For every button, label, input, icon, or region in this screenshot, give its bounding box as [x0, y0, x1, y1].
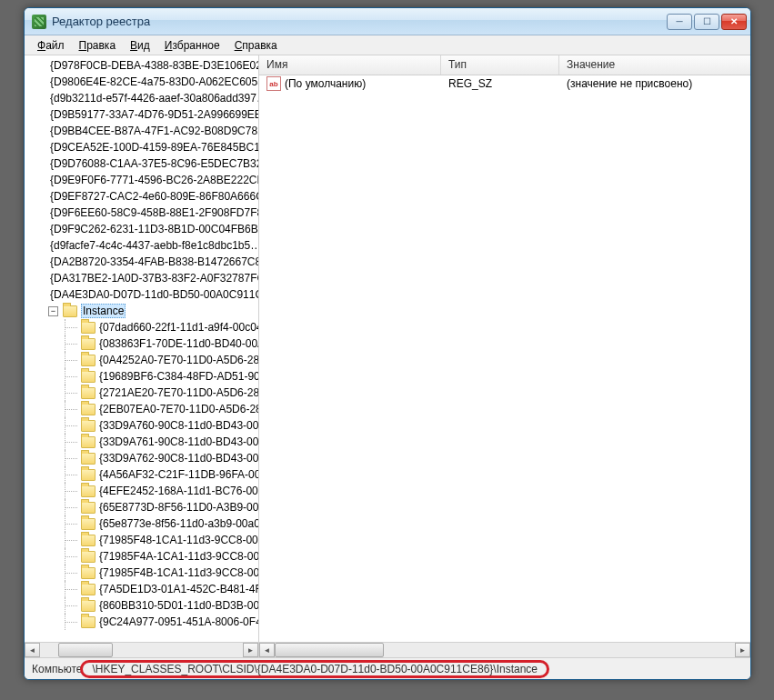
folder-icon — [81, 453, 95, 465]
list-header: Имя Тип Значение — [259, 55, 750, 75]
close-button[interactable]: ✕ — [721, 14, 747, 30]
folder-icon — [81, 616, 95, 628]
tree-key[interactable]: {D9806E4E-82CE-4a75-83D0-A062EC6053… — [25, 74, 258, 90]
status-prefix: Компьюте — [32, 663, 82, 675]
tree-key[interactable]: {D9B59177-33A7-4D76-9D51-2A996699EE… — [25, 106, 258, 123]
tree-key[interactable]: {71985F48-1CA1-11d3-9CC8-00C0… — [25, 532, 258, 548]
tree-key[interactable]: {DA317BE2-1A0D-37B3-83F2-A0F32787FC… — [25, 270, 258, 286]
tree-key[interactable]: {DA2B8720-3354-4FAB-B838-B1472667C8… — [25, 254, 258, 270]
tree-view[interactable]: {D978F0CB-DEBA-4388-83BE-D3E106E02…{D980… — [25, 55, 258, 642]
status-path: \HKEY_CLASSES_ROOT\CLSID\{DA4E3DA0-D07D-… — [80, 660, 549, 678]
folder-icon — [81, 387, 95, 399]
value-name: (По умолчанию) — [285, 77, 366, 90]
list-body[interactable]: ab(По умолчанию)REG_SZ(значение не присв… — [259, 75, 750, 642]
scroll-left-button[interactable]: ◄ — [259, 643, 275, 657]
tree-key[interactable]: {9C24A977-0951-451A-8006-0F49B… — [25, 614, 258, 630]
tree-pane: {D978F0CB-DEBA-4388-83BE-D3E106E02…{D980… — [25, 55, 259, 657]
window-controls: ─ ☐ ✕ — [667, 14, 747, 30]
menubar: ФФайлайл ПравкаПравка ВидВид ИзбранноеИз… — [25, 35, 750, 55]
content: {D978F0CB-DEBA-4388-83BE-D3E106E02…{D980… — [25, 55, 750, 657]
tree-key[interactable]: {083863F1-70DE-11d0-BD40-00A0… — [25, 335, 258, 352]
folder-icon — [81, 600, 95, 612]
tree-key[interactable]: {D9EF8727-CAC2-4e60-809E-86F80A666C… — [25, 188, 258, 205]
tree-key[interactable]: {0A4252A0-7E70-11D0-A5D6-28D… — [25, 352, 258, 368]
statusbar: Компьюте \HKEY_CLASSES_ROOT\CLSID\{DA4E3… — [25, 657, 750, 679]
folder-icon — [81, 420, 95, 432]
tree-key[interactable]: {33D9A761-90C8-11d0-BD43-00A0… — [25, 434, 258, 450]
folder-icon — [81, 567, 95, 579]
value-type: REG_SZ — [441, 77, 559, 90]
tree-key[interactable]: {D9F6EE60-58C9-458B-88E1-2F908FD7F87… — [25, 205, 258, 221]
tree-key[interactable]: {71985F4B-1CA1-11d3-9CC8-00C0… — [25, 565, 258, 581]
menu-file[interactable]: ФФайлайл — [30, 37, 72, 54]
tree-key[interactable]: {4A56AF32-C21F-11DB-96FA-0050… — [25, 466, 258, 483]
folder-icon — [81, 551, 95, 563]
tree-key[interactable]: {D9D76088-C1AA-37E5-8C96-E5DEC7B32… — [25, 155, 258, 172]
maximize-button[interactable]: ☐ — [694, 14, 719, 30]
folder-icon — [81, 469, 95, 481]
folder-icon — [81, 535, 95, 546]
titlebar[interactable]: Редактор реестра ─ ☐ ✕ — [25, 8, 750, 35]
folder-icon — [81, 584, 95, 595]
regedit-window: Редактор реестра ─ ☐ ✕ ФФайлайл ПравкаПр… — [24, 7, 751, 680]
tree-key[interactable]: {2721AE20-7E70-11D0-A5D6-28DE… — [25, 385, 258, 401]
value-data: (значение не присвоено) — [559, 77, 750, 90]
menu-view[interactable]: ВидВид — [123, 37, 157, 54]
column-name[interactable]: Имя — [259, 55, 441, 75]
tree-key[interactable]: {71985F4A-1CA1-11d3-9CC8-00C0… — [25, 548, 258, 565]
tree-key[interactable]: {D9BB4CEE-B87A-47F1-AC92-B08D9C781… — [25, 123, 258, 139]
folder-icon — [81, 404, 95, 415]
folder-icon — [81, 371, 95, 383]
column-value[interactable]: Значение — [559, 55, 750, 75]
tree-key[interactable]: {2EB07EA0-7E70-11D0-A5D6-28DE… — [25, 401, 258, 417]
scroll-track[interactable] — [40, 643, 243, 657]
tree-key[interactable]: {19689BF6-C384-48FD-AD51-90E5… — [25, 368, 258, 385]
tree-key[interactable]: {D9F9C262-6231-11D3-8B1D-00C04FB6BF… — [25, 221, 258, 237]
folder-icon — [81, 436, 95, 448]
tree-key-instance[interactable]: −Instance — [25, 303, 258, 319]
minimize-button[interactable]: ─ — [667, 14, 692, 30]
tree-key[interactable]: {07dad660-22f1-11d1-a9f4-00c04f… — [25, 319, 258, 335]
tree-key[interactable]: {D978F0CB-DEBA-4388-83BE-D3E106E02… — [25, 57, 258, 74]
folder-icon — [81, 322, 95, 334]
list-row[interactable]: ab(По умолчанию)REG_SZ(значение не присв… — [259, 75, 750, 92]
folder-icon — [81, 355, 95, 366]
folder-icon — [81, 502, 95, 514]
folder-icon — [81, 518, 95, 530]
tree-key[interactable]: {d9b3211d-e57f-4426-aaef-30a806add397… — [25, 90, 258, 106]
list-horizontal-scrollbar[interactable]: ◄ ► — [259, 642, 750, 657]
scroll-right-button[interactable]: ► — [735, 643, 750, 657]
tree-key[interactable]: {D9E9F0F6-7771-4596-BC26-2A8BE222CB… — [25, 172, 258, 188]
tree-key[interactable]: {7A5DE1D3-01A1-452C-B481-4FA… — [25, 581, 258, 597]
menu-help[interactable]: СправкаСправка — [227, 37, 285, 54]
scroll-thumb[interactable] — [275, 643, 384, 657]
folder-icon — [81, 338, 95, 350]
tree-key[interactable]: {33D9A762-90C8-11d0-BD43-00A0… — [25, 450, 258, 466]
tree-key[interactable]: {65e8773e-8f56-11d0-a3b9-00a0c9… — [25, 515, 258, 532]
menu-edit[interactable]: ПравкаПравка — [72, 37, 124, 54]
tree-key[interactable]: {4EFE2452-168A-11d1-BC76-00C0… — [25, 483, 258, 499]
tree-key[interactable]: {DA4E3DA0-D07D-11d0-BD50-00A0C911C… — [25, 286, 258, 303]
string-value-icon: ab — [266, 76, 281, 91]
scroll-right-button[interactable]: ► — [243, 643, 258, 657]
app-icon — [32, 15, 46, 29]
window-title: Редактор реестра — [52, 15, 150, 28]
scroll-thumb[interactable] — [58, 643, 113, 657]
folder-icon — [81, 485, 95, 497]
tree-key[interactable]: {33D9A760-90C8-11d0-BD43-00A0… — [25, 417, 258, 434]
list-pane: Имя Тип Значение ab(По умолчанию)REG_SZ(… — [259, 55, 750, 657]
tree-key[interactable]: {d9facfe7-4c4c-4437-aebb-f8e1c8dbc1b5… — [25, 237, 258, 254]
scroll-left-button[interactable]: ◄ — [25, 643, 40, 657]
folder-icon — [63, 305, 77, 317]
tree-key[interactable]: {65E8773D-8F56-11D0-A3B9-00A0… — [25, 499, 258, 515]
column-type[interactable]: Тип — [441, 55, 559, 75]
collapse-icon[interactable]: − — [48, 306, 58, 316]
menu-favorites[interactable]: ИзбранноеИзбранное — [157, 37, 227, 54]
tree-key[interactable]: {860BB310-5D01-11d0-BD3B-00A0… — [25, 597, 258, 614]
tree-horizontal-scrollbar[interactable]: ◄ ► — [25, 642, 258, 657]
scroll-track[interactable] — [275, 643, 735, 657]
tree-key[interactable]: {D9CEA52E-100D-4159-89EA-76E845BC13… — [25, 139, 258, 155]
